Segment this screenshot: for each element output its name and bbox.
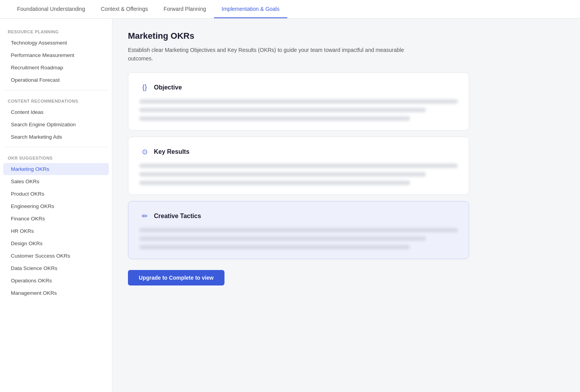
sidebar-item-management-okrs[interactable]: Management OKRs: [3, 287, 109, 299]
sidebar: Resource PlanningTechnology AssessmentPe…: [0, 19, 112, 392]
blurred-content-line: [139, 108, 426, 112]
top-nav-item-context[interactable]: Context & Offerings: [93, 0, 156, 18]
blurred-content-line: [139, 163, 458, 168]
card-creative-tactics: ✏Creative Tactics: [128, 201, 469, 259]
sidebar-item-operations-okrs[interactable]: Operations OKRs: [3, 275, 109, 287]
top-nav-item-forward[interactable]: Forward Planning: [156, 0, 214, 18]
sidebar-item-recruitment-roadmap[interactable]: Recruitment Roadmap: [3, 62, 109, 74]
blurred-content-line: [139, 181, 410, 185]
curly-braces-icon: {}: [139, 82, 150, 93]
blurred-content-line: [139, 228, 458, 232]
card-title-key-results: Key Results: [154, 148, 190, 155]
blurred-content-line: [139, 116, 410, 121]
card-header-objective: {}Objective: [139, 82, 458, 93]
top-nav-item-foundational[interactable]: Foundational Understanding: [9, 0, 93, 18]
blurred-content-line: [139, 99, 458, 104]
sidebar-item-hr-okrs[interactable]: HR OKRs: [3, 225, 109, 237]
sidebar-section-label-content-recommendations: Content Recommendations: [0, 94, 112, 106]
pencil-icon: ✏: [139, 211, 150, 222]
card-key-results: ⊙Key Results: [128, 137, 469, 195]
cards-container: {}Objective⊙Key Results✏Creative Tactics: [128, 72, 564, 259]
sidebar-item-seo[interactable]: Search Engine Optimization: [3, 119, 109, 131]
upgrade-button[interactable]: Upgrade to Complete to view: [128, 270, 224, 285]
top-nav-item-implementation[interactable]: Implementation & Goals: [214, 0, 287, 18]
sidebar-item-content-ideas[interactable]: Content Ideas: [3, 106, 109, 118]
sidebar-item-data-science-okrs[interactable]: Data Science OKRs: [3, 262, 109, 274]
page-title: Marketing OKRs: [128, 31, 564, 41]
sidebar-item-customer-success-okrs[interactable]: Customer Success OKRs: [3, 250, 109, 262]
card-title-objective: Objective: [154, 84, 182, 91]
sidebar-item-technology-assessment[interactable]: Technology Assessment: [3, 37, 109, 49]
sidebar-item-marketing-okrs[interactable]: Marketing OKRs: [3, 163, 109, 175]
sidebar-divider: [5, 90, 107, 90]
sidebar-section-label-resource-planning: Resource Planning: [0, 25, 112, 36]
blurred-content-line: [139, 236, 426, 241]
sidebar-item-product-okrs[interactable]: Product OKRs: [3, 188, 109, 200]
sidebar-section-label-okr-suggestions: OKR Suggestions: [0, 151, 112, 163]
card-title-creative-tactics: Creative Tactics: [154, 213, 201, 220]
blurred-content-line: [139, 172, 426, 177]
sidebar-item-search-ads[interactable]: Search Marketing Ads: [3, 131, 109, 143]
sidebar-item-finance-okrs[interactable]: Finance OKRs: [3, 213, 109, 225]
blurred-content-line: [139, 245, 410, 249]
main-content-area: Marketing OKRs Establish clear Marketing…: [112, 19, 580, 392]
card-header-creative-tactics: ✏Creative Tactics: [139, 211, 458, 222]
card-header-key-results: ⊙Key Results: [139, 146, 458, 157]
sidebar-divider: [5, 147, 107, 147]
sidebar-item-design-okrs[interactable]: Design OKRs: [3, 237, 109, 249]
sidebar-item-performance-measurement[interactable]: Performance Measurement: [3, 49, 109, 61]
page-description: Establish clear Marketing Objectives and…: [128, 46, 430, 63]
top-navigation: Foundational UnderstandingContext & Offe…: [0, 0, 580, 19]
sidebar-item-operational-forecast[interactable]: Operational Forecast: [3, 74, 109, 86]
sidebar-item-engineering-okrs[interactable]: Engineering OKRs: [3, 200, 109, 212]
target-icon: ⊙: [139, 146, 150, 157]
sidebar-item-sales-okrs[interactable]: Sales OKRs: [3, 175, 109, 187]
main-layout: Resource PlanningTechnology AssessmentPe…: [0, 19, 580, 392]
card-objective: {}Objective: [128, 72, 469, 131]
